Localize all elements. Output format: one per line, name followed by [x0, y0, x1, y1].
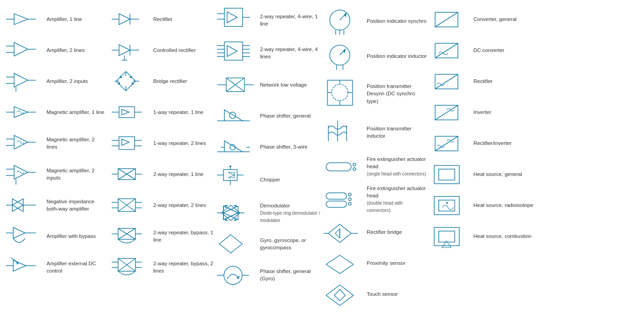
- heatsrcrad-symbol: [431, 193, 472, 218]
- list-item: Heat source, general: [429, 159, 535, 190]
- svg-marker-32: [13, 260, 26, 271]
- svg-marker-57: [122, 109, 129, 115]
- svg-marker-139: [236, 276, 240, 279]
- magamp1-label: Magnetic amplifier, 1 line: [45, 108, 107, 116]
- svg-rect-189: [439, 169, 455, 180]
- svg-marker-177: [334, 289, 345, 301]
- postrans-symbol: [324, 77, 365, 111]
- inverter-label: Inverter: [472, 108, 534, 116]
- ampdc-label: Amplifier external DC control: [45, 260, 107, 274]
- list-item: Inverter: [429, 97, 535, 128]
- svg-point-154: [332, 84, 348, 101]
- demod-symbol: [217, 201, 258, 224]
- list-item: 2-way repeater, 4-wire, 1 line: [215, 4, 322, 36]
- rep2w2l-symbol: [110, 195, 151, 216]
- postransind-label: Position transmitter inductor: [365, 125, 427, 139]
- list-item: 2-way repeater, 2 lines: [109, 190, 215, 221]
- list-item: Amplifier, 1 line: [2, 4, 109, 35]
- negamp-label: Negative impedance both-way amplifier: [45, 198, 107, 212]
- fireext2-label: Fire extinguisher actuator head (double …: [365, 185, 427, 214]
- magamp1-symbol: [4, 103, 45, 121]
- rep4w1l-label: 2-way repeater, 4-wire, 1 line: [258, 13, 320, 27]
- inverter-symbol: [431, 101, 472, 124]
- rep1w2l-label: 1-way repeater, 2 lines: [151, 139, 213, 147]
- chopper-label: Chopper: [258, 176, 320, 183]
- gyro-symbol: [217, 232, 258, 255]
- rep2wbyp1-symbol: [110, 225, 151, 248]
- phshiftgyro-symbol: [217, 263, 258, 288]
- amplifier2-symbol: [4, 39, 45, 62]
- rep2w1l-symbol: [110, 165, 151, 183]
- svg-point-169: [348, 202, 351, 205]
- negamp-symbol: [4, 195, 45, 216]
- col-5: Converter, general DC converter: [429, 4, 535, 309]
- magamp2-symbol: [4, 132, 45, 155]
- list-item: Rectifier/inverter: [429, 128, 535, 159]
- heatsrccomb-symbol: [431, 224, 472, 249]
- svg-marker-92: [227, 12, 237, 23]
- svg-line-179: [435, 12, 458, 27]
- list-item: Position indicator inductor: [322, 39, 429, 74]
- svg-marker-51: [119, 75, 122, 79]
- touchsensor-symbol: [324, 283, 365, 305]
- svg-marker-29: [13, 227, 25, 238]
- list-item: Magnetic amplifier, 2 lines: [2, 128, 109, 159]
- list-item: Negative impedance both-way amplifier: [2, 190, 109, 221]
- svg-marker-37: [119, 14, 130, 25]
- main-grid: Amplifier, 1 line Amplifier, 2 lines: [0, 0, 644, 313]
- list-item: Amplifier, 2 lines: [2, 35, 109, 66]
- svg-marker-137: [219, 235, 242, 253]
- rep4w4l-label: 2-way repeater, 4-wire, 4 lines: [258, 46, 320, 60]
- svg-line-187: [435, 136, 458, 151]
- list-item: 1-way repeater, 2 lines: [109, 128, 215, 159]
- list-item: Phase shifter, 3-wire: [215, 131, 322, 162]
- phshift3-label: Phase shifter, 3-wire: [258, 143, 320, 150]
- touchsensor-label: Touch sensor: [365, 290, 427, 298]
- list-item: Heat source, combustion: [429, 221, 535, 252]
- phshift-label: Phase shifter, general: [258, 112, 320, 119]
- rep4w4l-symbol: [217, 39, 258, 67]
- ampbypass-symbol: [4, 224, 45, 249]
- posindind-label: Position indicator inductor: [365, 52, 427, 60]
- svg-point-114: [229, 112, 236, 119]
- list-item: Heat source, radioisotope: [429, 190, 535, 221]
- svg-marker-99: [227, 46, 237, 57]
- svg-marker-150: [343, 49, 346, 53]
- rectifier-symbol: [110, 10, 151, 28]
- rectbridge-label: Rectifier bridge: [365, 228, 427, 236]
- posindsynchro-label: Position indicator synchro: [365, 17, 427, 25]
- bridgerect-symbol: [110, 70, 151, 93]
- rectinv-symbol: [431, 132, 472, 155]
- list-item: 2-way repeater, bypass, 1 line: [109, 221, 215, 252]
- rect2-label: Rectifier: [472, 77, 534, 85]
- phshiftgyro-label: Phase shifter, general (Gyro): [258, 268, 320, 282]
- rectinv-label: Rectifier/inverter: [472, 139, 534, 147]
- list-item: Rectifier: [109, 4, 215, 35]
- svg-rect-188: [434, 165, 459, 184]
- svg-line-185: [435, 105, 458, 120]
- svg-point-138: [224, 266, 242, 284]
- list-item: 2-way repeater, 4-wire, 4 lines: [215, 36, 322, 69]
- svg-marker-132: [222, 205, 240, 221]
- convgen-symbol: [431, 8, 472, 31]
- contrectifier-symbol: [110, 40, 151, 61]
- convgen-label: Converter, general: [472, 15, 534, 23]
- list-item: Converter, general: [429, 4, 535, 35]
- svg-marker-54: [130, 82, 134, 85]
- heatsrccomb-label: Heat source, combustion: [472, 232, 534, 240]
- fireext2-symbol: [324, 189, 365, 210]
- list-item: Position transmitter inductor: [322, 113, 429, 151]
- dcconv-label: DC converter: [472, 46, 534, 54]
- contrectifier-label: Controlled rectifier: [151, 46, 213, 54]
- svg-marker-127: [229, 165, 232, 167]
- rep2w2l-label: 2-way repeater, 2 lines: [151, 201, 213, 209]
- fireext1-label: Fire extinguisher actuator head (single …: [365, 155, 427, 177]
- gyro-label: Gyro, gyroscope, or gyrocompass: [258, 237, 320, 251]
- rep2wbyp2-symbol: [110, 255, 151, 280]
- svg-rect-162: [326, 163, 351, 171]
- list-item: Phase shifter, general (Gyro): [215, 259, 322, 290]
- svg-line-183: [435, 74, 458, 89]
- svg-marker-52: [129, 75, 133, 79]
- col-1: Amplifier, 1 line Amplifier, 2 lines: [2, 4, 109, 309]
- bridgerect-label: Bridge rectifier: [151, 77, 213, 85]
